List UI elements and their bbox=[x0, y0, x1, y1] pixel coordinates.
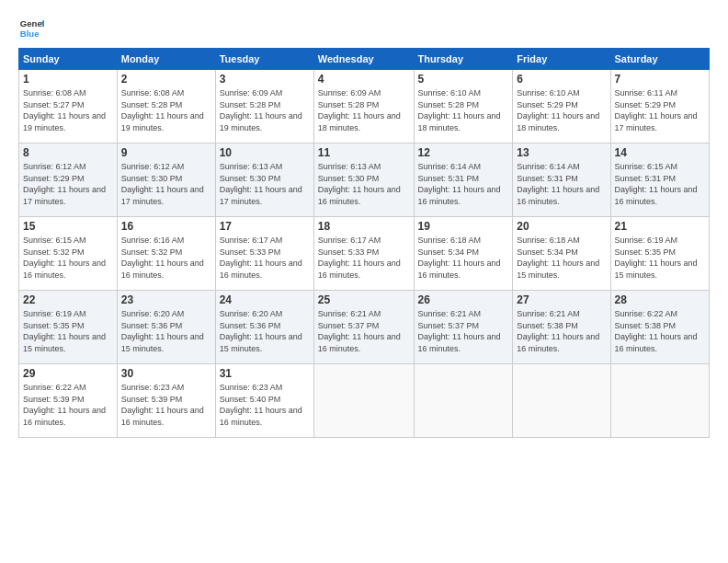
day-number: 28 bbox=[615, 293, 705, 306]
calendar-day-cell: 25Sunrise: 6:21 AMSunset: 5:37 PMDayligh… bbox=[313, 291, 414, 364]
day-number: 31 bbox=[220, 367, 310, 380]
day-number: 13 bbox=[517, 146, 606, 159]
header: General Blue bbox=[18, 15, 710, 40]
day-info: Sunrise: 6:08 AMSunset: 5:27 PMDaylight:… bbox=[23, 87, 113, 133]
calendar-day-cell bbox=[513, 364, 610, 438]
day-info: Sunrise: 6:12 AMSunset: 5:29 PMDaylight:… bbox=[23, 161, 113, 207]
calendar-day-cell: 2Sunrise: 6:08 AMSunset: 5:28 PMDaylight… bbox=[117, 70, 215, 144]
day-number: 20 bbox=[517, 220, 606, 233]
day-number: 22 bbox=[23, 293, 113, 306]
calendar-day-cell: 16Sunrise: 6:16 AMSunset: 5:32 PMDayligh… bbox=[117, 217, 215, 291]
logo-icon: General Blue bbox=[18, 15, 44, 40]
calendar-day-cell bbox=[313, 364, 414, 438]
day-info: Sunrise: 6:20 AMSunset: 5:36 PMDaylight:… bbox=[220, 308, 310, 354]
day-number: 14 bbox=[615, 146, 705, 159]
calendar-day-cell: 30Sunrise: 6:23 AMSunset: 5:39 PMDayligh… bbox=[117, 364, 215, 438]
svg-text:Blue: Blue bbox=[20, 29, 40, 39]
day-info: Sunrise: 6:10 AMSunset: 5:28 PMDaylight:… bbox=[418, 87, 509, 133]
day-number: 16 bbox=[121, 220, 211, 233]
calendar-day-cell: 5Sunrise: 6:10 AMSunset: 5:28 PMDaylight… bbox=[414, 70, 513, 144]
day-number: 17 bbox=[220, 220, 310, 233]
calendar-week-row: 15Sunrise: 6:15 AMSunset: 5:32 PMDayligh… bbox=[19, 217, 710, 291]
calendar-day-header: Wednesday bbox=[313, 49, 414, 70]
calendar-day-cell: 18Sunrise: 6:17 AMSunset: 5:33 PMDayligh… bbox=[313, 217, 414, 291]
calendar-day-header: Saturday bbox=[610, 49, 709, 70]
calendar-day-header: Monday bbox=[117, 49, 215, 70]
calendar-day-cell: 29Sunrise: 6:22 AMSunset: 5:39 PMDayligh… bbox=[19, 364, 118, 438]
calendar-day-cell: 23Sunrise: 6:20 AMSunset: 5:36 PMDayligh… bbox=[117, 291, 215, 364]
day-number: 27 bbox=[517, 293, 606, 306]
day-number: 1 bbox=[23, 73, 113, 86]
day-info: Sunrise: 6:22 AMSunset: 5:38 PMDaylight:… bbox=[615, 308, 705, 354]
calendar-day-cell: 21Sunrise: 6:19 AMSunset: 5:35 PMDayligh… bbox=[610, 217, 709, 291]
calendar-day-cell: 4Sunrise: 6:09 AMSunset: 5:28 PMDaylight… bbox=[313, 70, 414, 144]
day-info: Sunrise: 6:21 AMSunset: 5:38 PMDaylight:… bbox=[517, 308, 606, 354]
day-info: Sunrise: 6:08 AMSunset: 5:28 PMDaylight:… bbox=[121, 87, 211, 133]
calendar-day-cell: 20Sunrise: 6:18 AMSunset: 5:34 PMDayligh… bbox=[513, 217, 610, 291]
day-info: Sunrise: 6:22 AMSunset: 5:39 PMDaylight:… bbox=[23, 382, 113, 428]
day-info: Sunrise: 6:09 AMSunset: 5:28 PMDaylight:… bbox=[220, 87, 310, 133]
calendar-day-header: Sunday bbox=[19, 49, 118, 70]
day-info: Sunrise: 6:14 AMSunset: 5:31 PMDaylight:… bbox=[517, 161, 606, 207]
day-info: Sunrise: 6:19 AMSunset: 5:35 PMDaylight:… bbox=[615, 235, 705, 281]
day-number: 24 bbox=[220, 293, 310, 306]
day-info: Sunrise: 6:18 AMSunset: 5:34 PMDaylight:… bbox=[517, 235, 606, 281]
day-info: Sunrise: 6:09 AMSunset: 5:28 PMDaylight:… bbox=[318, 87, 410, 133]
day-number: 12 bbox=[418, 146, 509, 159]
calendar-day-cell: 7Sunrise: 6:11 AMSunset: 5:29 PMDaylight… bbox=[610, 70, 709, 144]
calendar-day-cell: 13Sunrise: 6:14 AMSunset: 5:31 PMDayligh… bbox=[513, 144, 610, 217]
calendar-day-cell: 19Sunrise: 6:18 AMSunset: 5:34 PMDayligh… bbox=[414, 217, 513, 291]
day-number: 2 bbox=[121, 73, 211, 86]
day-info: Sunrise: 6:13 AMSunset: 5:30 PMDaylight:… bbox=[318, 161, 410, 207]
day-info: Sunrise: 6:10 AMSunset: 5:29 PMDaylight:… bbox=[517, 87, 606, 133]
calendar-day-cell: 26Sunrise: 6:21 AMSunset: 5:37 PMDayligh… bbox=[414, 291, 513, 364]
calendar-day-cell bbox=[610, 364, 709, 438]
day-info: Sunrise: 6:21 AMSunset: 5:37 PMDaylight:… bbox=[418, 308, 509, 354]
day-number: 29 bbox=[23, 367, 113, 380]
day-info: Sunrise: 6:14 AMSunset: 5:31 PMDaylight:… bbox=[418, 161, 509, 207]
day-number: 8 bbox=[23, 146, 113, 159]
calendar-day-header: Tuesday bbox=[215, 49, 313, 70]
day-info: Sunrise: 6:21 AMSunset: 5:37 PMDaylight:… bbox=[318, 308, 410, 354]
calendar-week-row: 1Sunrise: 6:08 AMSunset: 5:27 PMDaylight… bbox=[19, 70, 710, 144]
calendar-day-cell: 11Sunrise: 6:13 AMSunset: 5:30 PMDayligh… bbox=[313, 144, 414, 217]
day-number: 15 bbox=[23, 220, 113, 233]
day-info: Sunrise: 6:23 AMSunset: 5:39 PMDaylight:… bbox=[121, 382, 211, 428]
calendar-header-row: SundayMondayTuesdayWednesdayThursdayFrid… bbox=[19, 49, 710, 70]
day-info: Sunrise: 6:23 AMSunset: 5:40 PMDaylight:… bbox=[220, 382, 310, 428]
calendar-page: General Blue SundayMondayTuesdayWednesda… bbox=[0, 0, 728, 563]
day-number: 23 bbox=[121, 293, 211, 306]
calendar-day-cell: 15Sunrise: 6:15 AMSunset: 5:32 PMDayligh… bbox=[19, 217, 118, 291]
calendar-week-row: 8Sunrise: 6:12 AMSunset: 5:29 PMDaylight… bbox=[19, 144, 710, 217]
day-number: 3 bbox=[220, 73, 310, 86]
calendar-day-cell: 6Sunrise: 6:10 AMSunset: 5:29 PMDaylight… bbox=[513, 70, 610, 144]
calendar-day-header: Friday bbox=[513, 49, 610, 70]
calendar-day-cell: 3Sunrise: 6:09 AMSunset: 5:28 PMDaylight… bbox=[215, 70, 313, 144]
calendar-day-cell: 14Sunrise: 6:15 AMSunset: 5:31 PMDayligh… bbox=[610, 144, 709, 217]
calendar-day-cell: 12Sunrise: 6:14 AMSunset: 5:31 PMDayligh… bbox=[414, 144, 513, 217]
day-info: Sunrise: 6:17 AMSunset: 5:33 PMDaylight:… bbox=[220, 235, 310, 281]
day-number: 11 bbox=[318, 146, 410, 159]
day-info: Sunrise: 6:13 AMSunset: 5:30 PMDaylight:… bbox=[220, 161, 310, 207]
day-number: 9 bbox=[121, 146, 211, 159]
calendar-day-cell bbox=[414, 364, 513, 438]
day-number: 25 bbox=[318, 293, 410, 306]
calendar-day-cell: 22Sunrise: 6:19 AMSunset: 5:35 PMDayligh… bbox=[19, 291, 118, 364]
day-number: 26 bbox=[418, 293, 509, 306]
day-info: Sunrise: 6:15 AMSunset: 5:31 PMDaylight:… bbox=[615, 161, 705, 207]
day-number: 4 bbox=[318, 73, 410, 86]
day-info: Sunrise: 6:15 AMSunset: 5:32 PMDaylight:… bbox=[23, 235, 113, 281]
calendar-day-cell: 9Sunrise: 6:12 AMSunset: 5:30 PMDaylight… bbox=[117, 144, 215, 217]
day-number: 19 bbox=[418, 220, 509, 233]
day-info: Sunrise: 6:19 AMSunset: 5:35 PMDaylight:… bbox=[23, 308, 113, 354]
calendar-day-cell: 17Sunrise: 6:17 AMSunset: 5:33 PMDayligh… bbox=[215, 217, 313, 291]
calendar-day-cell: 28Sunrise: 6:22 AMSunset: 5:38 PMDayligh… bbox=[610, 291, 709, 364]
calendar-day-cell: 27Sunrise: 6:21 AMSunset: 5:38 PMDayligh… bbox=[513, 291, 610, 364]
svg-text:General: General bbox=[20, 18, 44, 29]
calendar-day-header: Thursday bbox=[414, 49, 513, 70]
calendar-week-row: 29Sunrise: 6:22 AMSunset: 5:39 PMDayligh… bbox=[19, 364, 710, 438]
day-info: Sunrise: 6:16 AMSunset: 5:32 PMDaylight:… bbox=[121, 235, 211, 281]
calendar-day-cell: 31Sunrise: 6:23 AMSunset: 5:40 PMDayligh… bbox=[215, 364, 313, 438]
day-info: Sunrise: 6:20 AMSunset: 5:36 PMDaylight:… bbox=[121, 308, 211, 354]
day-info: Sunrise: 6:18 AMSunset: 5:34 PMDaylight:… bbox=[418, 235, 509, 281]
